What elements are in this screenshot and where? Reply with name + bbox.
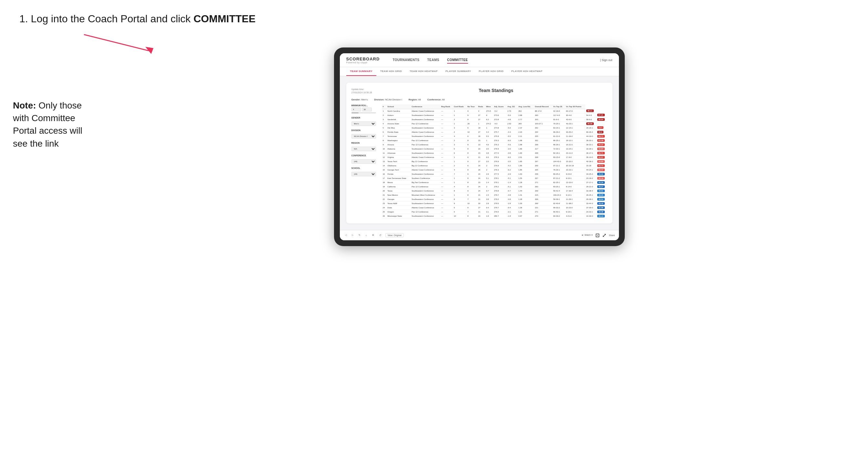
table-cell: Atlantic Coast Conference bbox=[410, 155, 440, 159]
min-rounds-slider[interactable] bbox=[351, 113, 376, 113]
table-cell: 8 bbox=[453, 197, 466, 201]
table-cell: Southeastern Conference bbox=[410, 189, 440, 193]
table-cell: 20-39-1 bbox=[585, 197, 596, 201]
col-school: School bbox=[386, 104, 410, 109]
table-cell: 104-43-3 bbox=[552, 159, 565, 163]
table-cell: 1.30 bbox=[518, 201, 534, 206]
table-cell: 22 bbox=[382, 197, 387, 201]
table-cell: 267 bbox=[534, 159, 552, 163]
toolbar-home-btn[interactable]: ⌂ bbox=[364, 234, 368, 237]
tab-team-summary[interactable]: TEAM SUMMARY bbox=[346, 67, 377, 76]
table-cell: 1 bbox=[477, 121, 485, 126]
table-cell: 268 bbox=[534, 155, 552, 159]
table-cell: 277.0 bbox=[493, 151, 506, 155]
tab-player-h2h-heatmap[interactable]: PLAYER H2H HEATMAP bbox=[507, 67, 547, 76]
tab-team-h2h-grid[interactable]: TEAM H2H GRID bbox=[376, 67, 406, 76]
region-filter-label: Region: All bbox=[409, 98, 421, 101]
table-cell: 9 bbox=[466, 189, 477, 193]
table-cell: 6.0 bbox=[485, 155, 493, 159]
toolbar-icon1: ⊡ bbox=[595, 232, 599, 238]
table-cell: 268 bbox=[534, 151, 552, 155]
table-cell: 2.37 bbox=[518, 126, 534, 130]
conference-select[interactable]: (All) bbox=[351, 159, 376, 164]
table-cell: Oklahoma bbox=[386, 163, 410, 167]
nav-committee[interactable]: COMMITTEE bbox=[447, 57, 468, 64]
tablet-wrapper: SCOREBOARD Powered by clippd TOURNAMENTS… bbox=[103, 48, 855, 246]
sign-out[interactable]: | Sign out bbox=[600, 58, 613, 62]
table-cell: 23-23-1 bbox=[565, 167, 585, 172]
table-cell: 90-33-2 bbox=[552, 206, 565, 210]
table-cell: 1.21 bbox=[518, 210, 534, 214]
toolbar-back-btn[interactable]: ◁ bbox=[344, 233, 348, 237]
table-cell: 48.27 bbox=[596, 184, 607, 189]
table-cell: 280.7 bbox=[493, 214, 506, 218]
toolbar-clock-btn[interactable]: ⏱ bbox=[378, 234, 383, 237]
table-cell: 1.44 bbox=[518, 189, 534, 193]
table-cell: 271 bbox=[534, 210, 552, 214]
table-cell: Pac-12 Conference bbox=[410, 143, 440, 147]
table-cell: 9 bbox=[466, 172, 477, 176]
instruction-text-bold: COMMITTEE bbox=[193, 13, 255, 25]
table-cell: 39-23-1 bbox=[585, 143, 596, 147]
region-select[interactable]: N/A bbox=[351, 147, 376, 151]
table-cell: -5.5 bbox=[506, 134, 518, 138]
tab-player-summary[interactable]: PLAYER SUMMARY bbox=[442, 67, 475, 76]
toolbar-copy-btn[interactable]: ⊞ bbox=[371, 233, 375, 237]
table-cell: 17 bbox=[382, 176, 387, 180]
table-cell: 13-24-1 bbox=[565, 147, 585, 151]
toolbar-share[interactable]: Share bbox=[609, 234, 615, 237]
table-cell: 23 bbox=[477, 151, 485, 155]
logo-title: SCOREBOARD bbox=[346, 57, 380, 61]
table-cell: 8 bbox=[466, 193, 477, 197]
table-row: 15Georgia TechAtlantic Coast Conference—… bbox=[382, 167, 607, 172]
table-cell: 8 bbox=[466, 176, 477, 180]
conference-filter-label: Conference bbox=[351, 154, 377, 157]
min-rounds-max-input[interactable] bbox=[362, 107, 372, 112]
table-cell: 5 bbox=[382, 126, 387, 130]
col-rank: # bbox=[382, 104, 387, 109]
table-cell: 23-11-0 bbox=[565, 151, 585, 155]
conference-filter: Conference (All) bbox=[351, 154, 377, 164]
table-cell: 42-16-0 bbox=[552, 109, 565, 113]
nav-teams[interactable]: TEAMS bbox=[427, 57, 440, 64]
table-cell: -5.1 bbox=[506, 176, 518, 180]
table-cell: -3.5 bbox=[506, 147, 518, 151]
table-cell: 9-19-1 bbox=[565, 210, 585, 214]
table-cell: 255 bbox=[534, 134, 552, 138]
tablet-screen: SCOREBOARD Powered by clippd TOURNAMENTS… bbox=[340, 53, 619, 240]
col-vs-top50: Vs Top 50 Points bbox=[565, 104, 585, 109]
toolbar-view[interactable]: View: Original bbox=[385, 233, 404, 238]
table-cell: Southeastern Conference bbox=[410, 197, 440, 201]
table-cell: Atlantic Coast Conference bbox=[410, 167, 440, 172]
table-cell: — bbox=[440, 184, 453, 189]
table-cell: 3.8 bbox=[485, 197, 493, 201]
table-cell: -3.5 bbox=[506, 159, 518, 163]
nav-tournaments[interactable]: TOURNAMENTS bbox=[393, 57, 419, 64]
table-cell: -1.4 bbox=[506, 180, 518, 184]
table-cell: 9 bbox=[466, 159, 477, 163]
table-row: 4Arizona StatePac-12 Conference—1261274.… bbox=[382, 121, 607, 126]
tab-team-h2h-heatmap[interactable]: TEAM H2H HEATMAP bbox=[406, 67, 442, 76]
tab-player-h2h-grid[interactable]: PLAYER H2H GRID bbox=[475, 67, 507, 76]
toolbar-watch[interactable]: 👁Watch ▾ bbox=[582, 234, 593, 237]
gender-select[interactable]: Men's bbox=[351, 121, 376, 126]
table-cell: 1 bbox=[453, 121, 466, 126]
toolbar-reload-btn[interactable]: ↻ bbox=[357, 233, 362, 237]
table-cell: Georgia bbox=[386, 197, 410, 201]
table-cell: 273.5 bbox=[485, 109, 493, 113]
table-cell: 4 bbox=[453, 184, 466, 189]
table-cell: Southeastern Conference bbox=[410, 134, 440, 138]
table-cell: 82-18-1 bbox=[552, 151, 565, 155]
division-select[interactable]: NCAA Division I bbox=[351, 134, 376, 138]
table-cell: 4.4 bbox=[485, 130, 493, 134]
school-select[interactable]: (All) bbox=[351, 172, 376, 176]
update-time-label: Update time: bbox=[351, 88, 372, 91]
min-rounds-min-input[interactable] bbox=[351, 107, 361, 112]
table-cell: 6 bbox=[466, 155, 477, 159]
toolbar-forward-btn[interactable]: ▷ bbox=[350, 233, 355, 237]
table-cell: 7 bbox=[382, 134, 387, 138]
table-row: 12VirginiaAtlantic Coast Conference—1621… bbox=[382, 155, 607, 159]
table-cell: 76-29-1 bbox=[552, 167, 565, 172]
table-cell: 203 bbox=[534, 117, 552, 121]
table-row: 9ArizonaPac-12 Conference—38234.6276.3-4… bbox=[382, 143, 607, 147]
